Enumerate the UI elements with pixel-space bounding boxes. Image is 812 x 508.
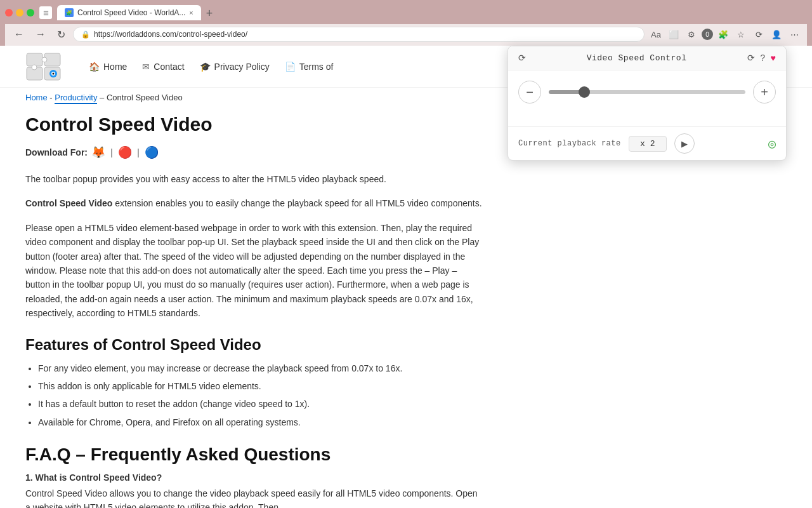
- svg-point-5: [32, 65, 37, 70]
- contact-icon: ✉: [142, 62, 150, 72]
- puzzle-icon[interactable]: 🧩: [716, 27, 731, 42]
- screenshot-icon[interactable]: ⬜: [666, 27, 681, 42]
- popup-icon-help[interactable]: ?: [760, 53, 765, 64]
- popup-header-icons: ⟳ ? ♥: [747, 53, 776, 64]
- lock-icon: 🔒: [81, 30, 90, 39]
- popup-footer: Current playback rate x 2 ▶ ◎: [508, 126, 786, 160]
- slider-thumb: [579, 86, 590, 98]
- window-menu-icon[interactable]: ☰: [39, 6, 52, 19]
- popup-header: ⟳ Video Speed Control ⟳ ? ♥: [508, 46, 786, 70]
- browser-toolbar-icons: Aa ⬜ ⚙ 0 🧩 ☆ ⟳ 👤 ⋯: [648, 27, 802, 42]
- details-paragraph: Please open a HTML5 video element-based …: [25, 221, 482, 321]
- svg-point-8: [53, 73, 55, 75]
- extension-popup: ⟳ Video Speed Control ⟳ ? ♥ − + Current …: [508, 46, 787, 161]
- popup-reset-icon[interactable]: ◎: [768, 136, 776, 152]
- nav-privacy-label: Privacy Policy: [214, 62, 270, 72]
- url-text: https://worldaddons.com/control-speed-vi…: [94, 30, 636, 39]
- website: 🏠 Home ✉ Contact 🎓 Privacy Policy 📄 Term…: [0, 46, 812, 508]
- extensions-badge[interactable]: 0: [702, 29, 713, 40]
- playback-value-box: x 2: [629, 136, 667, 152]
- download-bar: Download For: 🦊 | 🔴 | 🔵: [25, 143, 482, 162]
- nav-privacy[interactable]: 🎓 Privacy Policy: [200, 62, 270, 72]
- features-heading: Features of Control Speed Video: [25, 336, 482, 354]
- list-item: For any video element, you may increase …: [38, 361, 482, 375]
- product-name-bold: Control Speed Video: [25, 198, 112, 208]
- popup-icon-favorite[interactable]: ♥: [771, 53, 776, 64]
- nav-terms-label: Terms of: [299, 62, 334, 72]
- traffic-lights: [5, 9, 34, 17]
- breadcrumb-home[interactable]: Home: [25, 93, 48, 102]
- page-title: Control Speed Video: [25, 114, 482, 135]
- popup-title: Video Speed Control: [587, 53, 687, 63]
- nav-home-label: Home: [103, 62, 127, 72]
- faq-q1: 1. What is Control Speed Video?: [25, 472, 482, 483]
- settings-icon[interactable]: ⚙: [684, 27, 699, 42]
- browser-titlebar: ☰ 🧩 Control Speed Video - WorldA... × +: [5, 5, 807, 24]
- list-item: It has a default button to reset the add…: [38, 397, 482, 411]
- download-label: Download For:: [25, 147, 88, 157]
- tab-close-button[interactable]: ×: [189, 9, 193, 17]
- chrome-icon[interactable]: 🔴: [118, 145, 132, 159]
- feature-list: For any video element, you may increase …: [38, 361, 482, 430]
- tab-title: Control Speed Video - WorldA...: [77, 8, 185, 17]
- faq-heading: F.A.Q – Frequently Asked Questions: [25, 444, 482, 465]
- refresh-button[interactable]: ↻: [53, 27, 69, 42]
- popup-icon-reset[interactable]: ⟳: [747, 53, 755, 64]
- traffic-light-yellow[interactable]: [16, 9, 23, 17]
- main-content: Control Speed Video Download For: 🦊 | 🔴 …: [0, 107, 508, 508]
- speed-decrease-button[interactable]: −: [518, 81, 541, 104]
- firefox-icon[interactable]: 🦊: [91, 145, 105, 159]
- logo-image: [25, 52, 63, 81]
- separator1: |: [110, 147, 113, 157]
- playback-rate-label: Current playback rate: [518, 139, 621, 148]
- playback-speed-value: 2: [650, 139, 655, 149]
- back-button[interactable]: ←: [10, 27, 28, 41]
- nav-contact-label: Contact: [154, 62, 184, 72]
- tab-bar: 🧩 Control Speed Video - WorldA... × +: [57, 5, 216, 20]
- edge-icon[interactable]: 🔵: [145, 145, 159, 159]
- home-icon: 🏠: [89, 62, 100, 72]
- traffic-light-red[interactable]: [5, 9, 13, 17]
- bookmark-icon[interactable]: ☆: [733, 27, 749, 42]
- browser-urlbar: ← → ↻ 🔒 https://worldaddons.com/control-…: [5, 24, 807, 46]
- breadcrumb-current: Control Speed Video: [107, 93, 183, 102]
- description-text: extension enables you to easily change t…: [112, 198, 481, 208]
- popup-play-button[interactable]: ▶: [674, 133, 695, 154]
- faq-a1: Control Speed Video allows you to change…: [25, 486, 482, 508]
- speed-increase-button[interactable]: +: [753, 81, 776, 104]
- forward-button[interactable]: →: [32, 27, 49, 41]
- breadcrumb-sep2: –: [97, 93, 106, 102]
- speed-control: − +: [518, 81, 776, 104]
- breadcrumb-sep1: -: [48, 93, 55, 102]
- tab-favicon: 🧩: [65, 8, 74, 17]
- description-paragraph: Control Speed Video extension enables yo…: [25, 196, 482, 210]
- terms-icon: 📄: [285, 62, 296, 72]
- speed-slider[interactable]: [549, 90, 745, 94]
- account-icon[interactable]: 👤: [769, 27, 784, 42]
- nav-contact[interactable]: ✉ Contact: [142, 62, 184, 72]
- svg-point-4: [42, 57, 47, 62]
- separator2: |: [137, 147, 140, 157]
- playback-multiplier: x: [640, 139, 645, 149]
- site-logo: [25, 52, 63, 81]
- nav-terms[interactable]: 📄 Terms of: [285, 62, 334, 72]
- firefox-sync-icon[interactable]: ⟳: [751, 27, 766, 42]
- site-nav: 🏠 Home ✉ Contact 🎓 Privacy Policy 📄 Term…: [89, 62, 333, 72]
- privacy-icon: 🎓: [200, 62, 211, 72]
- intro-paragraph: The toolbar popup provides you with easy…: [25, 172, 482, 186]
- menu-icon[interactable]: ⋯: [787, 27, 802, 42]
- url-bar[interactable]: 🔒 https://worldaddons.com/control-speed-…: [73, 27, 645, 42]
- reader-mode-icon[interactable]: Aa: [648, 27, 664, 42]
- popup-icon-reload[interactable]: ⟳: [518, 53, 526, 64]
- active-tab[interactable]: 🧩 Control Speed Video - WorldA... ×: [57, 5, 201, 20]
- breadcrumb-category[interactable]: Productivity: [55, 93, 97, 104]
- traffic-light-green[interactable]: [27, 9, 34, 17]
- svg-rect-0: [27, 53, 43, 66]
- list-item: Available for Chrome, Opera, and Firefox…: [38, 415, 482, 429]
- list-item: This addon is only applicable for HTML5 …: [38, 379, 482, 393]
- browser-chrome: ☰ 🧩 Control Speed Video - WorldA... × + …: [0, 0, 812, 46]
- nav-home[interactable]: 🏠 Home: [89, 62, 127, 72]
- popup-body: − +: [508, 70, 786, 126]
- new-tab-button[interactable]: +: [202, 7, 217, 20]
